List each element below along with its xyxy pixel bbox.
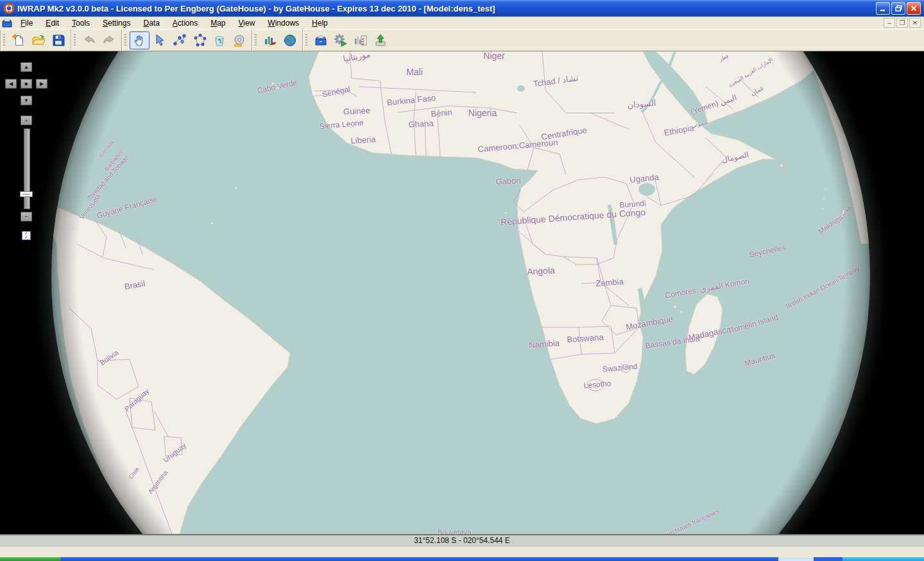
map-label: السودان: [627, 98, 656, 110]
pan-down-button[interactable]: ▼: [21, 96, 32, 105]
pan-up-button[interactable]: ▲: [21, 62, 32, 72]
window-bottom-strip: [0, 547, 924, 557]
pan-hand-button[interactable]: [130, 31, 150, 49]
map-viewport[interactable]: موريتانياNigerMaliTchad / تشادSénégalBur…: [0, 51, 924, 534]
mdi-restore-button[interactable]: ❐: [896, 18, 908, 28]
undo-button[interactable]: [79, 31, 99, 49]
window-controls: [876, 2, 921, 15]
map-label: Guyane Française: [96, 194, 158, 220]
toolbar-grip: [74, 34, 76, 47]
menu-help[interactable]: Help: [305, 17, 334, 29]
redo-button[interactable]: [99, 31, 119, 49]
map-label: British Indian Ocean Territory: [785, 265, 861, 310]
map-label: Namibia: [529, 338, 560, 350]
map-label: Nigeria: [468, 108, 497, 118]
map-label: Gabon: [495, 175, 521, 186]
map-label: جيبوتي: [690, 119, 708, 128]
menu-items: FileEditToolsSettingsDataActionsMapViewW…: [14, 17, 334, 29]
toolbar-band: [71, 30, 121, 51]
mdi-close-button[interactable]: ✕: [909, 18, 921, 28]
zoom-slider-track[interactable]: [24, 128, 30, 209]
menu-map[interactable]: Map: [204, 17, 232, 29]
model-drawer-icon[interactable]: [1, 18, 14, 28]
zoom-out-button[interactable]: −: [21, 212, 32, 221]
minimize-button[interactable]: [876, 2, 890, 15]
menu-actions[interactable]: Actions: [166, 17, 204, 29]
map-label: Guinée: [343, 105, 371, 116]
run-analysis-button[interactable]: [330, 31, 350, 49]
restore-button[interactable]: [891, 2, 905, 15]
map-label: قطر: [718, 53, 729, 62]
map-label: Ethiopia: [663, 123, 695, 138]
map-label: الصومال: [721, 150, 749, 165]
map-label: Seychelles: [748, 243, 787, 259]
report-results-button[interactable]: [350, 31, 370, 49]
cursor-coordinates: 31°52.108 S - 020°54.544 E: [414, 536, 510, 545]
map-label: Terres australes et antarctiques françai…: [608, 507, 721, 534]
new-document-button[interactable]: [8, 31, 28, 49]
map-label: Tchad / تشاد: [533, 73, 579, 89]
menu-settings[interactable]: Settings: [96, 17, 137, 29]
toolbar: [0, 30, 924, 51]
taskbar-tasks[interactable]: [60, 557, 778, 561]
taskbar-active-task[interactable]: [778, 557, 814, 561]
map-label: Tromelin Island: [726, 313, 779, 336]
toolbar-band: [252, 30, 302, 51]
title-bar: IWRAP Mk2 v3.0.0 beta - Licensed to Per …: [0, 0, 924, 17]
zoom-slider-thumb[interactable]: [20, 191, 33, 197]
polygon-tool-button[interactable]: [189, 31, 209, 49]
map-label: الإمارات العربية المتحدة: [728, 56, 774, 88]
globe-view-button[interactable]: [280, 31, 300, 49]
zoom-in-button[interactable]: ＋: [21, 116, 32, 125]
map-label: Sierra Leone: [319, 118, 364, 131]
save-button[interactable]: [48, 31, 68, 49]
map-label: Mali: [406, 67, 423, 77]
route-tool-button[interactable]: [169, 31, 189, 49]
menu-windows[interactable]: Windows: [261, 17, 305, 29]
close-button[interactable]: [907, 2, 921, 15]
measure-tape-button[interactable]: [229, 31, 249, 49]
overview-map-toggle[interactable]: ✓✓: [22, 231, 31, 240]
map-label: Burkina Faso: [386, 93, 436, 108]
map-label: Comores; القمري Komori: [664, 277, 749, 300]
map-label: Niger: [483, 51, 504, 61]
map-label: Chile: [128, 466, 141, 480]
window-title: IWRAP Mk2 v3.0.0 beta - Licensed to Per …: [17, 4, 876, 13]
toolbar-grip: [3, 34, 5, 47]
map-label: Paraguay: [123, 387, 150, 413]
start-button[interactable]: [0, 557, 60, 561]
map-label: Uruguay: [162, 441, 187, 463]
mdi-minimize-button[interactable]: –: [884, 18, 895, 28]
map-label: République Démocratique du Congo: [500, 207, 646, 227]
status-bar: 31°52.108 S - 020°54.544 E: [0, 534, 924, 547]
data-drawer-button[interactable]: [311, 31, 330, 49]
mdi-window-controls: – ❐ ✕: [884, 18, 924, 28]
recycle-bin-button[interactable]: [209, 31, 229, 49]
menu-tools[interactable]: Tools: [65, 17, 96, 29]
toolbar-grip: [305, 34, 307, 47]
map-label: Liberia: [350, 134, 376, 146]
map-label: (Yemen) اليمن: [689, 93, 738, 116]
density-chart-button[interactable]: [260, 31, 280, 49]
map-label: Bénin: [431, 107, 452, 119]
pan-center-button[interactable]: ■: [21, 79, 32, 89]
toolbar-grip: [124, 34, 126, 47]
toolbar-band: [0, 30, 71, 51]
pan-right-button[interactable]: ▶: [36, 79, 47, 89]
map-label: Ghana: [408, 118, 434, 129]
map-labels-layer: موريتانياNigerMaliTchad / تشادSénégalBur…: [0, 51, 924, 534]
map-label: Mozambique: [625, 314, 674, 332]
menu-view[interactable]: View: [232, 17, 262, 29]
map-label: Centrafrique: [540, 125, 587, 142]
menu-file[interactable]: File: [14, 17, 39, 29]
map-label: Bouvetøya: [438, 528, 472, 534]
taskbar-tasks-right[interactable]: [814, 557, 843, 561]
export-data-button[interactable]: [370, 31, 390, 49]
menu-edit[interactable]: Edit: [39, 17, 65, 29]
menu-data[interactable]: Data: [137, 17, 166, 29]
map-label: Argentina: [146, 469, 169, 496]
pan-left-button[interactable]: ◀: [5, 79, 17, 89]
map-label: Cabo Verde: [257, 78, 298, 96]
open-folder-button[interactable]: [28, 31, 48, 49]
select-cursor-button[interactable]: [150, 31, 169, 49]
